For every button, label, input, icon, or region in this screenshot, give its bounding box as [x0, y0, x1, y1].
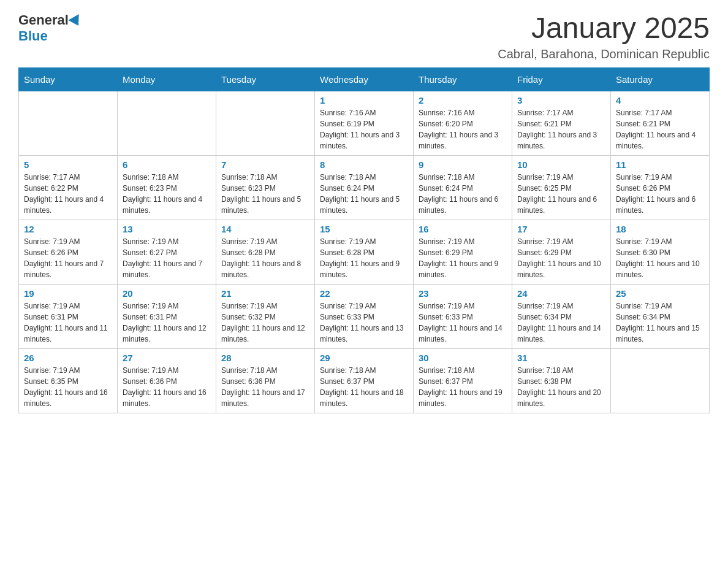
calendar-cell: 28Sunrise: 7:18 AM Sunset: 6:36 PM Dayli…: [216, 348, 315, 413]
calendar-cell: 30Sunrise: 7:18 AM Sunset: 6:37 PM Dayli…: [414, 348, 512, 413]
day-info: Sunrise: 7:19 AM Sunset: 6:27 PM Dayligh…: [123, 236, 211, 280]
calendar-cell: 2Sunrise: 7:16 AM Sunset: 6:20 PM Daylig…: [414, 91, 512, 155]
calendar-cell: 20Sunrise: 7:19 AM Sunset: 6:31 PM Dayli…: [118, 284, 216, 348]
calendar-cell: 21Sunrise: 7:19 AM Sunset: 6:32 PM Dayli…: [216, 284, 315, 348]
calendar-cell: 7Sunrise: 7:18 AM Sunset: 6:23 PM Daylig…: [216, 155, 315, 220]
calendar-week-row: 26Sunrise: 7:19 AM Sunset: 6:35 PM Dayli…: [19, 348, 710, 413]
day-info: Sunrise: 7:19 AM Sunset: 6:28 PM Dayligh…: [320, 236, 408, 280]
day-number: 13: [123, 224, 211, 234]
day-header-sunday: Sunday: [19, 67, 118, 91]
calendar-week-row: 12Sunrise: 7:19 AM Sunset: 6:26 PM Dayli…: [19, 220, 710, 284]
calendar-cell: 10Sunrise: 7:19 AM Sunset: 6:25 PM Dayli…: [512, 155, 611, 220]
calendar-cell: 9Sunrise: 7:18 AM Sunset: 6:24 PM Daylig…: [414, 155, 512, 220]
day-info: Sunrise: 7:19 AM Sunset: 6:32 PM Dayligh…: [221, 301, 309, 345]
day-info: Sunrise: 7:19 AM Sunset: 6:28 PM Dayligh…: [221, 236, 309, 280]
location-subtitle: Cabral, Barahona, Dominican Republic: [498, 47, 710, 61]
day-info: Sunrise: 7:19 AM Sunset: 6:25 PM Dayligh…: [517, 172, 605, 216]
day-number: 24: [517, 288, 605, 299]
calendar-cell: [216, 91, 315, 155]
calendar-cell: 5Sunrise: 7:17 AM Sunset: 6:22 PM Daylig…: [19, 155, 118, 220]
calendar-cell: 12Sunrise: 7:19 AM Sunset: 6:26 PM Dayli…: [19, 220, 118, 284]
day-info: Sunrise: 7:19 AM Sunset: 6:31 PM Dayligh…: [24, 301, 112, 345]
day-header-tuesday: Tuesday: [216, 67, 315, 91]
calendar-cell: 11Sunrise: 7:19 AM Sunset: 6:26 PM Dayli…: [611, 155, 710, 220]
day-info: Sunrise: 7:19 AM Sunset: 6:34 PM Dayligh…: [616, 301, 704, 345]
calendar-cell: 24Sunrise: 7:19 AM Sunset: 6:34 PM Dayli…: [512, 284, 611, 348]
day-info: Sunrise: 7:19 AM Sunset: 6:33 PM Dayligh…: [320, 301, 408, 345]
day-header-monday: Monday: [118, 67, 216, 91]
day-number: 10: [517, 159, 605, 170]
day-info: Sunrise: 7:19 AM Sunset: 6:33 PM Dayligh…: [419, 301, 507, 345]
day-number: 9: [419, 159, 507, 170]
calendar-cell: 3Sunrise: 7:17 AM Sunset: 6:21 PM Daylig…: [512, 91, 611, 155]
day-header-wednesday: Wednesday: [315, 67, 414, 91]
calendar-table: SundayMondayTuesdayWednesdayThursdayFrid…: [18, 67, 710, 413]
day-number: 16: [419, 224, 507, 234]
day-number: 27: [123, 353, 211, 363]
day-number: 28: [221, 353, 309, 363]
title-section: January 2025 Cabral, Barahona, Dominican…: [498, 12, 710, 61]
day-info: Sunrise: 7:17 AM Sunset: 6:21 PM Dayligh…: [517, 107, 605, 151]
logo-general-text: General: [18, 12, 69, 28]
calendar-cell: 8Sunrise: 7:18 AM Sunset: 6:24 PM Daylig…: [315, 155, 414, 220]
day-number: 12: [24, 224, 112, 234]
day-number: 23: [419, 288, 507, 299]
day-number: 5: [24, 159, 112, 170]
day-info: Sunrise: 7:18 AM Sunset: 6:24 PM Dayligh…: [320, 172, 408, 216]
day-info: Sunrise: 7:19 AM Sunset: 6:29 PM Dayligh…: [419, 236, 507, 280]
calendar-header-row: SundayMondayTuesdayWednesdayThursdayFrid…: [19, 67, 710, 91]
day-number: 4: [616, 95, 704, 105]
day-info: Sunrise: 7:19 AM Sunset: 6:34 PM Dayligh…: [517, 301, 605, 345]
day-header-saturday: Saturday: [611, 67, 710, 91]
day-info: Sunrise: 7:18 AM Sunset: 6:24 PM Dayligh…: [419, 172, 507, 216]
day-info: Sunrise: 7:17 AM Sunset: 6:22 PM Dayligh…: [24, 172, 112, 216]
calendar-cell: [611, 348, 710, 413]
day-info: Sunrise: 7:18 AM Sunset: 6:38 PM Dayligh…: [517, 365, 605, 409]
day-info: Sunrise: 7:19 AM Sunset: 6:29 PM Dayligh…: [517, 236, 605, 280]
month-title: January 2025: [498, 12, 710, 45]
day-info: Sunrise: 7:19 AM Sunset: 6:36 PM Dayligh…: [123, 365, 211, 409]
calendar-cell: 4Sunrise: 7:17 AM Sunset: 6:21 PM Daylig…: [611, 91, 710, 155]
day-info: Sunrise: 7:18 AM Sunset: 6:23 PM Dayligh…: [123, 172, 211, 216]
calendar-cell: 22Sunrise: 7:19 AM Sunset: 6:33 PM Dayli…: [315, 284, 414, 348]
logo: General Blue: [18, 12, 82, 44]
day-number: 26: [24, 353, 112, 363]
logo-triangle-icon: [68, 14, 83, 29]
calendar-cell: 19Sunrise: 7:19 AM Sunset: 6:31 PM Dayli…: [19, 284, 118, 348]
day-info: Sunrise: 7:18 AM Sunset: 6:23 PM Dayligh…: [221, 172, 309, 216]
day-info: Sunrise: 7:16 AM Sunset: 6:20 PM Dayligh…: [419, 107, 507, 151]
day-number: 7: [221, 159, 309, 170]
day-number: 19: [24, 288, 112, 299]
calendar-cell: 15Sunrise: 7:19 AM Sunset: 6:28 PM Dayli…: [315, 220, 414, 284]
day-number: 14: [221, 224, 309, 234]
calendar-week-row: 5Sunrise: 7:17 AM Sunset: 6:22 PM Daylig…: [19, 155, 710, 220]
day-info: Sunrise: 7:19 AM Sunset: 6:30 PM Dayligh…: [616, 236, 704, 280]
page-header: General Blue January 2025 Cabral, Baraho…: [18, 12, 710, 61]
day-number: 30: [419, 353, 507, 363]
calendar-cell: 6Sunrise: 7:18 AM Sunset: 6:23 PM Daylig…: [118, 155, 216, 220]
day-info: Sunrise: 7:18 AM Sunset: 6:37 PM Dayligh…: [320, 365, 408, 409]
calendar-cell: 26Sunrise: 7:19 AM Sunset: 6:35 PM Dayli…: [19, 348, 118, 413]
day-number: 21: [221, 288, 309, 299]
day-number: 31: [517, 353, 605, 363]
day-number: 29: [320, 353, 408, 363]
calendar-cell: 23Sunrise: 7:19 AM Sunset: 6:33 PM Dayli…: [414, 284, 512, 348]
calendar-cell: 13Sunrise: 7:19 AM Sunset: 6:27 PM Dayli…: [118, 220, 216, 284]
calendar-week-row: 19Sunrise: 7:19 AM Sunset: 6:31 PM Dayli…: [19, 284, 710, 348]
day-info: Sunrise: 7:17 AM Sunset: 6:21 PM Dayligh…: [616, 107, 704, 151]
day-number: 18: [616, 224, 704, 234]
calendar-cell: 1Sunrise: 7:16 AM Sunset: 6:19 PM Daylig…: [315, 91, 414, 155]
calendar-cell: 17Sunrise: 7:19 AM Sunset: 6:29 PM Dayli…: [512, 220, 611, 284]
calendar-cell: 14Sunrise: 7:19 AM Sunset: 6:28 PM Dayli…: [216, 220, 315, 284]
calendar-cell: 18Sunrise: 7:19 AM Sunset: 6:30 PM Dayli…: [611, 220, 710, 284]
day-number: 17: [517, 224, 605, 234]
day-info: Sunrise: 7:16 AM Sunset: 6:19 PM Dayligh…: [320, 107, 408, 151]
calendar-cell: 27Sunrise: 7:19 AM Sunset: 6:36 PM Dayli…: [118, 348, 216, 413]
day-number: 20: [123, 288, 211, 299]
day-number: 2: [419, 95, 507, 105]
day-number: 11: [616, 159, 704, 170]
day-number: 1: [320, 95, 408, 105]
day-info: Sunrise: 7:18 AM Sunset: 6:36 PM Dayligh…: [221, 365, 309, 409]
day-info: Sunrise: 7:19 AM Sunset: 6:31 PM Dayligh…: [123, 301, 211, 345]
calendar-week-row: 1Sunrise: 7:16 AM Sunset: 6:19 PM Daylig…: [19, 91, 710, 155]
